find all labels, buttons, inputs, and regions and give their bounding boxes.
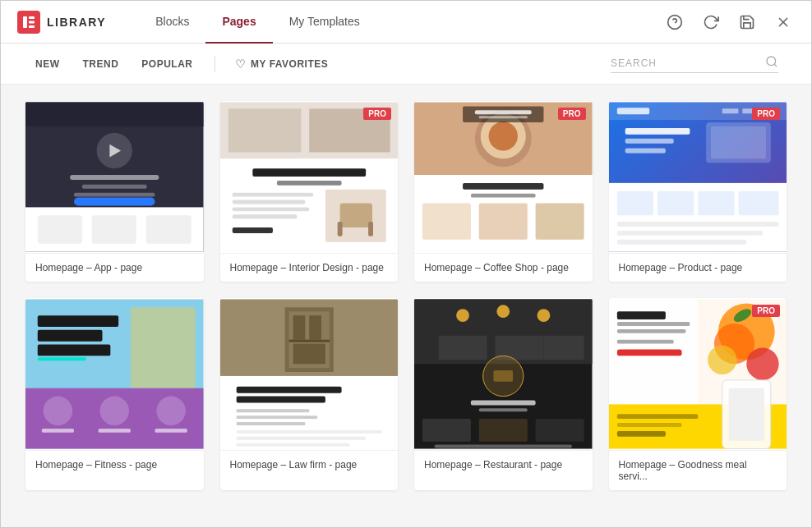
svg-rect-131 (616, 423, 681, 427)
svg-rect-21 (74, 198, 155, 206)
filter-new[interactable]: NEW (34, 55, 62, 73)
refresh-button[interactable] (699, 11, 722, 34)
svg-rect-65 (738, 191, 778, 216)
search-icon[interactable] (765, 55, 778, 71)
svg-rect-94 (236, 416, 316, 419)
thumbnail-restaurant (414, 298, 593, 450)
library-window: LIBRARY Blocks Pages My Templates (0, 0, 812, 528)
thumbnail-goodness: PRO (609, 298, 787, 450)
svg-rect-42 (475, 110, 532, 114)
svg-rect-87 (309, 315, 321, 340)
svg-point-40 (489, 122, 518, 150)
svg-rect-108 (493, 370, 513, 382)
tabs: Blocks Pages My Templates (139, 1, 663, 43)
svg-rect-31 (368, 222, 373, 236)
svg-rect-45 (463, 183, 543, 190)
svg-rect-18 (38, 215, 82, 243)
svg-point-103 (537, 309, 551, 322)
svg-rect-26 (252, 168, 366, 177)
svg-rect-88 (293, 344, 325, 365)
svg-rect-15 (82, 185, 147, 189)
svg-rect-62 (616, 191, 653, 216)
svg-rect-104 (439, 336, 487, 360)
tab-pages[interactable]: Pages (205, 2, 272, 44)
heart-icon: ♡ (235, 57, 247, 71)
template-label-coffee: Homepage – Coffee Shop - page (414, 253, 593, 282)
svg-rect-32 (232, 193, 312, 197)
svg-rect-46 (471, 194, 536, 198)
svg-rect-71 (38, 330, 103, 342)
pro-badge: PRO (558, 108, 586, 120)
svg-point-102 (496, 305, 510, 318)
template-card-app[interactable]: Homepage – App - page (25, 101, 204, 282)
svg-rect-95 (236, 422, 305, 425)
thumbnail-coffee: PRO (414, 101, 593, 253)
svg-point-8 (767, 57, 776, 66)
template-label-law: Homepage – Law firm - page (220, 450, 399, 479)
close-button[interactable] (772, 11, 795, 34)
svg-rect-41 (463, 106, 543, 122)
svg-rect-111 (422, 419, 471, 442)
template-card-fitness[interactable]: Homepage – Fitness - page (25, 298, 204, 490)
svg-rect-56 (625, 128, 690, 135)
svg-rect-11 (25, 102, 204, 126)
thumbnail-law (220, 298, 399, 450)
template-card-interior[interactable]: PRO (220, 101, 399, 282)
svg-rect-2 (29, 21, 35, 23)
svg-point-75 (44, 397, 72, 425)
tab-my-templates[interactable]: My Templates (273, 2, 376, 44)
svg-rect-68 (616, 240, 745, 245)
thumbnail-interior: PRO (220, 101, 399, 253)
template-grid: Homepage – App - page PRO (1, 85, 811, 527)
template-label-app: Homepage – App - page (25, 253, 204, 282)
search-input[interactable] (611, 57, 759, 69)
pro-badge: PRO (752, 305, 780, 317)
svg-rect-122 (616, 311, 665, 319)
svg-rect-78 (42, 429, 74, 433)
svg-rect-16 (74, 193, 155, 197)
svg-rect-73 (131, 307, 196, 388)
svg-rect-125 (616, 340, 673, 344)
svg-rect-96 (236, 430, 381, 434)
svg-rect-112 (479, 419, 528, 442)
favorites-button[interactable]: ♡ MY FAVORITES (235, 57, 329, 71)
template-card-restaurant[interactable]: Homepage – Restaurant - page (414, 298, 593, 490)
svg-rect-97 (236, 437, 365, 440)
template-card-coffee[interactable]: PRO (414, 101, 593, 282)
thumbnail-product: PRO (609, 101, 787, 253)
template-label-product: Homepage – Product - page (609, 253, 787, 282)
svg-rect-109 (471, 400, 536, 405)
header-actions (663, 11, 795, 34)
svg-rect-89 (288, 340, 329, 342)
template-card-product[interactable]: PRO (609, 101, 787, 282)
svg-rect-93 (236, 409, 309, 412)
svg-rect-106 (543, 336, 584, 360)
svg-rect-72 (38, 345, 111, 356)
svg-rect-14 (70, 175, 159, 180)
save-button[interactable] (736, 11, 759, 34)
svg-rect-48 (479, 203, 528, 239)
svg-rect-98 (236, 443, 349, 447)
search-area (611, 55, 778, 73)
svg-rect-20 (146, 215, 191, 243)
svg-rect-43 (479, 116, 528, 118)
thumbnail-fitness (25, 298, 204, 450)
svg-rect-92 (236, 397, 325, 403)
svg-rect-33 (232, 200, 305, 204)
svg-rect-57 (625, 139, 673, 144)
filter-trend[interactable]: TREND (81, 55, 121, 73)
logo-text: LIBRARY (47, 16, 106, 29)
svg-rect-70 (38, 315, 118, 327)
svg-rect-3 (29, 25, 35, 28)
template-card-law[interactable]: Homepage – Law firm - page (220, 298, 399, 490)
tab-blocks[interactable]: Blocks (139, 2, 205, 44)
svg-rect-30 (337, 222, 342, 236)
svg-rect-66 (616, 222, 778, 227)
template-card-goodness[interactable]: PRO (609, 298, 787, 490)
filter-popular[interactable]: POPULAR (140, 55, 194, 73)
svg-rect-52 (616, 108, 648, 114)
svg-rect-19 (92, 215, 136, 243)
svg-point-119 (708, 346, 736, 374)
help-button[interactable] (663, 11, 686, 34)
svg-point-76 (100, 397, 129, 425)
